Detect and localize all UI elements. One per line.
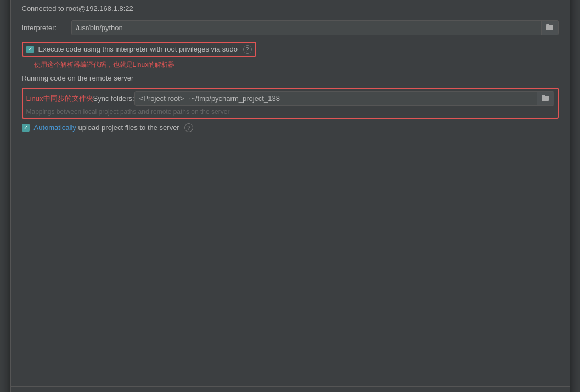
svg-rect-5 <box>542 95 545 96</box>
svg-rect-4 <box>542 96 549 101</box>
add-python-interpreter-dialog: Py Add Python Interpreter ✕ Connected to… <box>10 0 570 392</box>
svg-rect-3 <box>546 24 549 26</box>
execute-help-icon[interactable]: ? <box>243 45 252 54</box>
interpreter-input-wrap <box>71 20 559 35</box>
sync-field-row: Linux中同步的文件夹Sync folders: <box>26 91 554 106</box>
sync-input-wrap <box>134 91 554 106</box>
execute-checkbox-row: ✓ Execute code using this interpreter wi… <box>26 45 252 54</box>
execute-annotation: 使用这个解析器编译代码，也就是Linux的解析器 <box>34 60 559 70</box>
sync-label: Linux中同步的文件夹Sync folders: <box>26 94 134 104</box>
section-label: Running code on the remote server <box>22 74 559 82</box>
sync-folder-button[interactable] <box>537 92 554 105</box>
auto-upload-checkbox[interactable]: ✓ <box>22 124 30 132</box>
execute-checkmark: ✓ <box>28 47 32 52</box>
sync-folders-input[interactable] <box>135 92 537 105</box>
execute-checkbox-label: Execute code using this interpreter with… <box>38 45 252 54</box>
dialog-body: Connected to root@192.168.1.8:22 Interpr… <box>11 0 570 276</box>
dialog-overlay: Py Add Python Interpreter ✕ Connected to… <box>0 0 580 392</box>
execute-checkbox-highlighted: ✓ Execute code using this interpreter wi… <box>22 42 256 57</box>
sync-hint: Mappings between local project paths and… <box>26 106 554 116</box>
interpreter-label: Interpreter: <box>22 24 71 32</box>
interpreter-input[interactable] <box>72 21 541 35</box>
sync-label-annotation: Linux中同步的文件夹 <box>26 94 93 103</box>
execute-checkbox[interactable]: ✓ <box>26 46 34 53</box>
sync-folders-highlighted: Linux中同步的文件夹Sync folders: <box>22 88 559 119</box>
auto-upload-label: Automatically upload project files to th… <box>34 123 194 132</box>
svg-rect-2 <box>546 25 553 30</box>
auto-upload-checkmark: ✓ <box>24 125 28 130</box>
connection-info: Connected to root@192.168.1.8:22 <box>22 4 559 13</box>
auto-upload-help-icon[interactable]: ? <box>184 123 193 132</box>
auto-upload-checkbox-row: ✓ Automatically upload project files to … <box>22 123 559 132</box>
interpreter-folder-button[interactable] <box>541 21 558 35</box>
interpreter-field-row: Interpreter: <box>22 20 559 35</box>
dialog-footer: Previous Finish Cancel <box>11 386 570 392</box>
main-content: Connected to root@192.168.1.8:22 Interpr… <box>22 4 559 268</box>
sync-input-container <box>134 91 554 106</box>
